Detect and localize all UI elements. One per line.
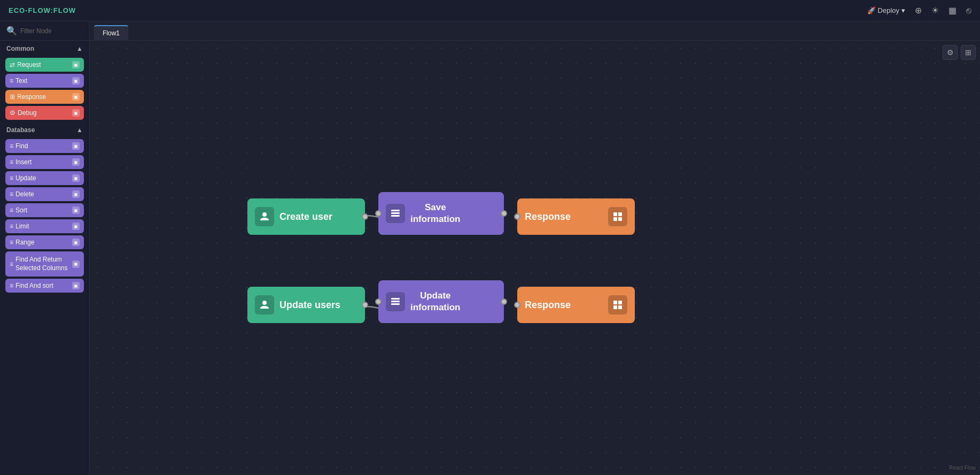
range-icon: ≡: [10, 239, 13, 246]
node-find-sort[interactable]: ≡ Find And sort ▣: [5, 279, 84, 293]
chevron-down-icon: ▾: [901, 6, 905, 14]
chevron-up-icon: ▲: [76, 45, 83, 52]
node-save-information[interactable]: Saveinformation: [378, 192, 504, 235]
node-response1[interactable]: Response: [517, 198, 635, 235]
node-update[interactable]: ≡ Update ▣: [5, 171, 84, 185]
node-response2[interactable]: Response: [517, 287, 635, 323]
node-range-handle: ▣: [72, 239, 80, 246]
node-sort[interactable]: ≡ Sort ▣: [5, 203, 84, 217]
svg-rect-1: [391, 212, 400, 214]
section-common[interactable]: Common ▲: [0, 41, 89, 56]
deploy-button[interactable]: 🚀 Deploy ▾: [867, 6, 905, 14]
find-sort-icon: ≡: [10, 282, 13, 289]
connectors-svg: [90, 41, 980, 475]
node-update-information[interactable]: Updateinformation: [378, 280, 504, 323]
limit-icon: ≡: [10, 223, 13, 230]
find-icon: ≡: [10, 142, 13, 150]
github-icon[interactable]: ⊕: [915, 5, 922, 16]
save-info-left-handle: [375, 210, 382, 217]
node-request-handle: ▣: [72, 61, 80, 68]
filter-node-container: 🔍: [0, 21, 89, 41]
response1-left-handle: [514, 213, 520, 220]
node-insert-handle: ▣: [72, 158, 80, 166]
node-find-sort-handle: ▣: [72, 282, 80, 289]
node-range[interactable]: ≡ Range ▣: [5, 235, 84, 249]
common-nodes: ⇄ Request ▣ ≡ Text ▣ ⊞ Response ▣ ⚙ Debu…: [0, 58, 89, 120]
section-common-label: Common: [6, 45, 34, 52]
response1-label: Response: [525, 211, 603, 223]
save-info-icon-box: [386, 204, 405, 223]
node-debug-handle: ▣: [72, 109, 80, 117]
node-limit[interactable]: ≡ Limit ▣: [5, 219, 84, 233]
save-info-right-handle: [501, 210, 507, 217]
section-database[interactable]: Database ▲: [0, 122, 89, 137]
save-information-label: Saveinformation: [410, 202, 461, 225]
sort-icon: ≡: [10, 206, 13, 214]
svg-rect-6: [618, 217, 622, 221]
svg-rect-3: [613, 212, 617, 216]
node-delete[interactable]: ≡ Delete ▣: [5, 187, 84, 201]
node-response-handle: ▣: [72, 93, 80, 101]
debug-icon: ⚙: [10, 109, 15, 117]
node-find-return-handle: ▣: [72, 261, 80, 268]
svg-rect-5: [613, 217, 617, 221]
text-icon: ≡: [10, 77, 13, 85]
node-limit-handle: ▣: [72, 223, 80, 230]
flow-canvas[interactable]: Create user Saveinformation: [90, 41, 980, 475]
sidebar: 🔍 Common ▲ ⇄ Request ▣ ≡ Text ▣ ⊞ Respon…: [0, 21, 90, 475]
response2-label: Response: [525, 300, 603, 311]
tab-flow1[interactable]: Flow1: [94, 25, 128, 40]
create-user-icon-box: [255, 207, 274, 226]
sun-icon[interactable]: ☀: [931, 5, 939, 16]
canvas-settings-button[interactable]: ⚙: [943, 45, 958, 60]
search-icon: 🔍: [6, 26, 17, 36]
search-input[interactable]: [20, 27, 83, 35]
topbar-right: 🚀 Deploy ▾ ⊕ ☀ ▦ ⎋: [867, 5, 971, 16]
node-sort-handle: ▣: [72, 206, 80, 214]
node-request[interactable]: ⇄ Request ▣: [5, 58, 84, 72]
logout-icon[interactable]: ⎋: [966, 6, 971, 16]
insert-icon: ≡: [10, 158, 13, 166]
node-update-handle: ▣: [72, 174, 80, 182]
find-return-icon: ≡: [10, 261, 13, 268]
svg-rect-0: [391, 210, 400, 211]
app-logo: ECO-FLOW:FLOW: [9, 6, 76, 14]
canvas-config-button[interactable]: ⊞: [961, 45, 976, 60]
main-area: 🔍 Common ▲ ⇄ Request ▣ ≡ Text ▣ ⊞ Respon…: [0, 21, 980, 475]
node-debug[interactable]: ⚙ Debug ▣: [5, 106, 84, 120]
node-text[interactable]: ≡ Text ▣: [5, 74, 84, 88]
svg-rect-4: [618, 212, 622, 216]
update-information-label: Updateinformation: [410, 290, 461, 313]
update-users-label: Update users: [279, 300, 340, 311]
svg-rect-8: [391, 301, 400, 302]
node-find-return-selected[interactable]: ≡ Find And Return Selected Columns ▣: [5, 251, 84, 277]
request-icon: ⇄: [10, 61, 15, 68]
topbar-left: ECO-FLOW:FLOW: [9, 6, 76, 14]
svg-rect-12: [613, 305, 617, 309]
svg-rect-13: [618, 305, 622, 309]
canvas-controls: ⚙ ⊞: [943, 45, 976, 60]
node-create-user[interactable]: Create user: [247, 198, 365, 235]
content-area: Flow1 C: [90, 21, 980, 475]
update-info-icon-box: [386, 292, 405, 311]
node-delete-handle: ▣: [72, 190, 80, 198]
create-user-label: Create user: [279, 211, 332, 223]
response-icon: ⊞: [10, 93, 15, 101]
node-update-users[interactable]: Update users: [247, 287, 365, 323]
update-info-left-handle: [375, 298, 382, 305]
grid-icon[interactable]: ▦: [948, 5, 956, 16]
svg-rect-10: [613, 301, 617, 304]
node-insert[interactable]: ≡ Insert ▣: [5, 155, 84, 169]
update-icon: ≡: [10, 174, 13, 182]
topbar: ECO-FLOW:FLOW 🚀 Deploy ▾ ⊕ ☀ ▦ ⎋: [0, 0, 980, 21]
deploy-icon: 🚀: [867, 6, 876, 14]
node-find-handle: ▣: [72, 142, 80, 150]
update-info-right-handle: [501, 298, 507, 305]
svg-rect-7: [391, 298, 400, 300]
svg-rect-9: [391, 303, 400, 305]
delete-icon: ≡: [10, 190, 13, 198]
tab-bar: Flow1: [90, 21, 980, 41]
node-find[interactable]: ≡ Find ▣: [5, 139, 84, 153]
database-nodes: ≡ Find ▣ ≡ Insert ▣ ≡ Update ▣ ≡ Delete …: [0, 139, 89, 293]
node-response[interactable]: ⊞ Response ▣: [5, 90, 84, 104]
